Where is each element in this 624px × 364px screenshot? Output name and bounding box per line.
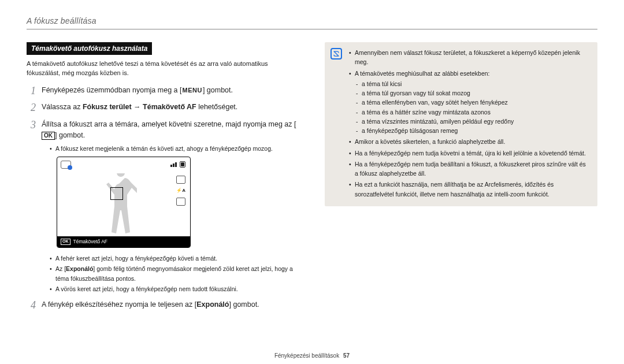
right-column: Amennyiben nem választ fókusz területet,… (325, 42, 597, 317)
step-text: Állítsa a fókuszt arra a témára, amelyet… (42, 120, 296, 128)
note-subitem: a téma túl kicsi (355, 79, 590, 88)
step-item: 2 Válassza az Fókusz terület → Témakövet… (27, 102, 299, 114)
step-number: 4 (27, 299, 36, 312)
step-number: 3 (27, 119, 36, 295)
display-mode-label: Témakövető AF (73, 238, 108, 246)
step-text: ] gombot. (55, 131, 85, 139)
step-body: Állítsa a fókuszt arra a témára, amelyet… (42, 119, 299, 295)
timer-icon (176, 198, 185, 206)
note-subitem: a téma vízszintes mintázatú, amilyen pél… (355, 117, 590, 126)
camera-display-illustration: ⚡A OK Témakövető AF (57, 157, 191, 248)
subject-silhouette (105, 173, 137, 237)
step-body: A fénykép elkészítéséhez nyomja le telje… (42, 299, 299, 312)
note-subitem: a téma és a háttér színe vagy mintázata … (355, 107, 590, 117)
step-text: ] gombot. (229, 300, 259, 309)
bullet-item: Az [Exponáló] gomb félig történő megnyom… (50, 264, 299, 283)
note-item: Ha ezt a funkciót használja, nem állítha… (349, 180, 590, 199)
bullet-item: A vörös keret azt jelzi, hogy a fényképe… (50, 284, 299, 294)
status-icons (170, 161, 185, 168)
ok-glyph-small: OK (61, 239, 70, 244)
bullet-item: A fókusz keret megjelenik a témán és köv… (50, 144, 299, 153)
note-box: Amennyiben nem választ fókusz területet,… (325, 42, 597, 206)
bullet-item: A fehér keret azt jelzi, hogy a fényképe… (50, 254, 299, 263)
note-item: Amennyiben nem választ fókusz területet,… (349, 48, 590, 67)
step-bold: Témakövető AF (143, 103, 196, 111)
section-intro: A témakövető autofókusz lehetővé teszi a… (27, 60, 299, 78)
step-text: → (132, 103, 143, 111)
step-body: Fényképezés üzemmódban nyomja meg a [MEN… (42, 85, 299, 98)
step-item: 1 Fényképezés üzemmódban nyomja meg a [M… (27, 85, 299, 98)
left-column: Témakövető autofókusz használata A témak… (27, 42, 299, 317)
step-bullets: A fókusz keret megjelenik a témán és köv… (50, 144, 299, 153)
step-bold: Exponáló (196, 300, 229, 309)
note-list: Amennyiben nem választ fókusz területet,… (349, 48, 590, 199)
step-text: A fénykép elkészítéséhez nyomja le telje… (42, 300, 196, 309)
side-icons: ⚡A (176, 176, 185, 206)
note-info-icon (330, 48, 342, 60)
step-text: lehetőséget. (196, 103, 238, 111)
step-body: Válassza az Fókusz terület → Témakövető … (42, 102, 299, 114)
flash-icon (176, 176, 185, 184)
note-subitem: a téma túl gyorsan vagy túl sokat mozog (355, 88, 590, 98)
bullet-bold: Exponáló (66, 265, 93, 272)
step-number: 2 (27, 102, 36, 114)
section-heading: Témakövető autofókusz használata (27, 42, 152, 55)
menu-glyph: MENU (182, 86, 203, 95)
step-text: ] gombot. (203, 86, 233, 94)
step-item: 3 Állítsa a fókuszt arra a témára, amely… (27, 119, 299, 295)
note-subitem: a téma ellenfényben van, vagy sötét hely… (355, 98, 590, 107)
flash-auto-label: ⚡A (176, 187, 185, 194)
step-text: Válassza az (42, 103, 83, 111)
page-number: 57 (343, 352, 350, 359)
storage-icon (180, 161, 185, 168)
steps-list: 1 Fényképezés üzemmódban nyomja meg a [M… (27, 85, 299, 312)
page-footer: Fényképezési beállítások 57 (0, 352, 624, 359)
note-sublist: a téma túl kicsi a téma túl gyorsan vagy… (355, 79, 590, 136)
note-subitem: a fényképezőgép túlságosan remeg (355, 126, 590, 135)
note-item: A témakövetés meghiúsulhat az alábbi ese… (349, 69, 590, 136)
step-bullets: A fehér keret azt jelzi, hogy a fényképe… (50, 254, 299, 294)
note-item: Ha a fényképezőgép nem tudja beállítani … (349, 159, 590, 179)
step-number: 1 (27, 85, 36, 98)
display-label-bar: OK Témakövető AF (57, 236, 190, 247)
ok-glyph: OK (42, 132, 55, 140)
step-bold: Fókusz terület (83, 103, 132, 111)
signal-icon (170, 162, 177, 167)
page-header: A fókusz beállítása (27, 16, 597, 29)
focus-frame (110, 187, 123, 200)
note-text: A témakövetés meghiúsulhat az alábbi ese… (355, 70, 489, 77)
note-item: Ha a fényképezőgép nem tudja követni a t… (349, 148, 590, 158)
footer-label: Fényképezési beállítások (274, 352, 339, 359)
step-item: 4 A fénykép elkészítéséhez nyomja le tel… (27, 299, 299, 312)
content-columns: Témakövető autofókusz használata A témak… (27, 42, 597, 317)
bullet-text: Az [ (55, 265, 66, 272)
camera-mode-icon (61, 161, 71, 169)
note-item: Amikor a követés sikertelen, a funkció a… (349, 137, 590, 146)
step-text: Fényképezés üzemmódban nyomja meg a [ (42, 86, 182, 94)
